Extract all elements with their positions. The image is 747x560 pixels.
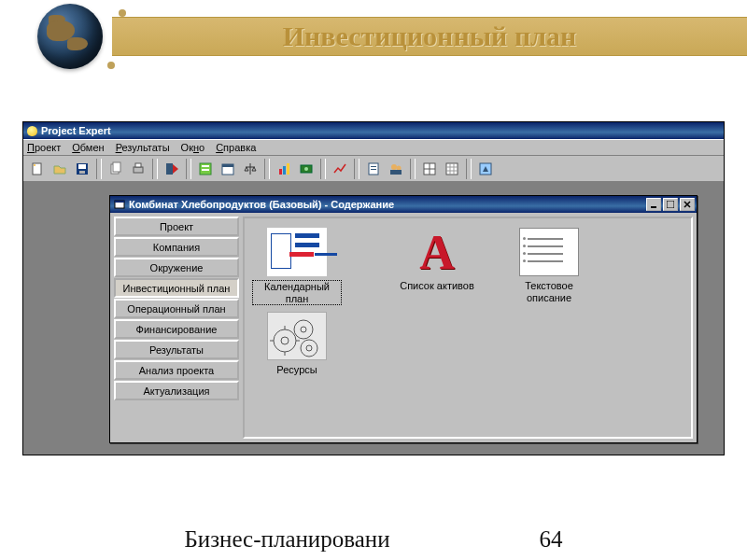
svg-rect-11 — [202, 165, 209, 167]
svg-point-19 — [304, 167, 308, 171]
svg-rect-21 — [371, 166, 376, 167]
svg-point-24 — [397, 165, 402, 170]
title-band: Инвестиционный план — [112, 17, 747, 56]
app-title: Project Expert — [41, 125, 111, 136]
form-icon[interactable] — [195, 159, 216, 179]
window-icon — [114, 199, 125, 210]
svg-rect-9 — [166, 163, 173, 175]
balance-icon[interactable] — [240, 159, 261, 179]
sidebar-button[interactable]: Окружение — [114, 258, 239, 277]
item-label: Текстовое описание — [504, 280, 594, 303]
gantt-chart-icon — [267, 228, 327, 276]
svg-rect-30 — [115, 201, 124, 203]
users-icon[interactable] — [386, 159, 406, 179]
svg-rect-25 — [390, 170, 402, 175]
slide-title: Инвестиционный план — [283, 21, 577, 52]
child-titlebar: Комбинат Хлебопродуктов (Базовый) - Соде… — [110, 196, 697, 213]
copy-icon[interactable] — [106, 159, 126, 179]
svg-point-35 — [294, 320, 313, 339]
svg-rect-6 — [113, 162, 120, 172]
grid2-icon[interactable] — [442, 159, 462, 179]
new-icon[interactable] — [27, 159, 48, 179]
svg-rect-32 — [667, 201, 674, 208]
minimize-button[interactable] — [646, 198, 661, 211]
item-text-description[interactable]: Текстовое описание — [504, 228, 594, 303]
menu-help[interactable]: Справка — [216, 142, 256, 153]
slide-footer: Бизнес-планировани 64 — [0, 526, 747, 553]
toolbar-separator — [186, 159, 191, 179]
toolbar-separator — [354, 159, 359, 179]
sidebar-button[interactable]: Финансирование — [114, 319, 239, 339]
child-body: ПроектКомпанияОкружениеИнвестиционный пл… — [110, 213, 697, 442]
sidebar-button[interactable]: Проект — [114, 217, 239, 236]
decorative-dot — [107, 62, 115, 69]
item-calendar-plan[interactable]: Календарный план — [252, 228, 342, 305]
chart-line-icon[interactable] — [330, 159, 350, 179]
lightbulb-icon — [27, 126, 37, 136]
toolbar-separator — [320, 159, 326, 179]
svg-point-23 — [391, 164, 397, 170]
app-body: Комбинат Хлебопродуктов (Базовый) - Соде… — [23, 182, 724, 455]
sidebar-button[interactable]: Актуализация — [114, 381, 239, 400]
print-icon[interactable] — [128, 159, 148, 179]
menu-exchange[interactable]: Обмен — [72, 142, 104, 153]
svg-rect-22 — [371, 169, 376, 170]
svg-rect-7 — [134, 167, 143, 173]
toolbar — [23, 156, 724, 182]
svg-point-33 — [274, 329, 296, 352]
footer-label: Бизнес-планировани — [184, 526, 389, 553]
item-resources[interactable]: Ресурсы — [252, 312, 342, 376]
maximize-button[interactable] — [663, 198, 678, 211]
menubar[interactable]: Проект Обмен Результаты Окно Справка — [23, 139, 724, 156]
letter-a-icon: A — [407, 228, 467, 276]
toolbar-separator — [96, 159, 102, 179]
content-area: Календарный план — [243, 217, 693, 439]
child-window-title: Комбинат Хлебопродуктов (Базовый) - Соде… — [129, 199, 394, 210]
report-icon[interactable] — [363, 159, 384, 179]
chart-bars-icon[interactable] — [274, 159, 294, 179]
list-icon — [519, 228, 579, 276]
gears-icon — [267, 312, 327, 360]
svg-rect-1 — [34, 164, 35, 166]
svg-point-37 — [301, 340, 317, 357]
sidebar: ПроектКомпанияОкружениеИнвестиционный пл… — [110, 213, 243, 442]
close-button[interactable] — [680, 198, 695, 211]
menu-results[interactable]: Результаты — [116, 142, 170, 153]
svg-rect-15 — [279, 169, 282, 175]
app-window: Project Expert Проект Обмен Результаты О… — [22, 121, 725, 455]
child-window: Комбинат Хлебопродуктов (Базовый) - Соде… — [109, 195, 698, 443]
sidebar-button[interactable]: Компания — [114, 237, 239, 257]
sidebar-button[interactable]: Операционный план — [114, 299, 239, 318]
svg-rect-12 — [202, 169, 209, 171]
tool-last-icon[interactable] — [475, 159, 496, 179]
menu-project[interactable]: Проект — [27, 142, 61, 153]
app-titlebar: Project Expert — [23, 122, 724, 139]
sidebar-button[interactable]: Результаты — [114, 340, 239, 359]
sidebar-button[interactable]: Анализ проекта — [114, 360, 239, 380]
svg-rect-14 — [222, 164, 233, 167]
toolbar-separator — [152, 159, 158, 179]
item-assets-list[interactable]: A Список активов — [392, 228, 482, 292]
svg-point-36 — [301, 327, 306, 332]
globe-icon — [37, 4, 103, 69]
menu-window[interactable]: Окно — [181, 142, 205, 153]
page-number: 64 — [540, 526, 563, 553]
money-icon[interactable] — [296, 159, 317, 179]
svg-point-34 — [281, 337, 289, 344]
decorative-dot — [119, 9, 126, 17]
save-icon[interactable] — [72, 159, 92, 179]
svg-rect-31 — [651, 206, 656, 208]
item-label: Ресурсы — [276, 364, 317, 376]
exit-icon[interactable] — [162, 159, 182, 179]
svg-rect-3 — [78, 164, 86, 169]
svg-point-38 — [306, 345, 312, 351]
svg-rect-27 — [446, 163, 458, 175]
sidebar-button[interactable]: Инвестиционный план — [114, 278, 239, 298]
toolbar-separator — [264, 159, 270, 179]
open-icon[interactable] — [49, 159, 70, 179]
svg-rect-17 — [287, 163, 289, 175]
svg-rect-16 — [283, 166, 286, 175]
grid1-icon[interactable] — [419, 159, 440, 179]
calendar-icon[interactable] — [218, 159, 238, 179]
item-label: Список активов — [400, 280, 474, 292]
